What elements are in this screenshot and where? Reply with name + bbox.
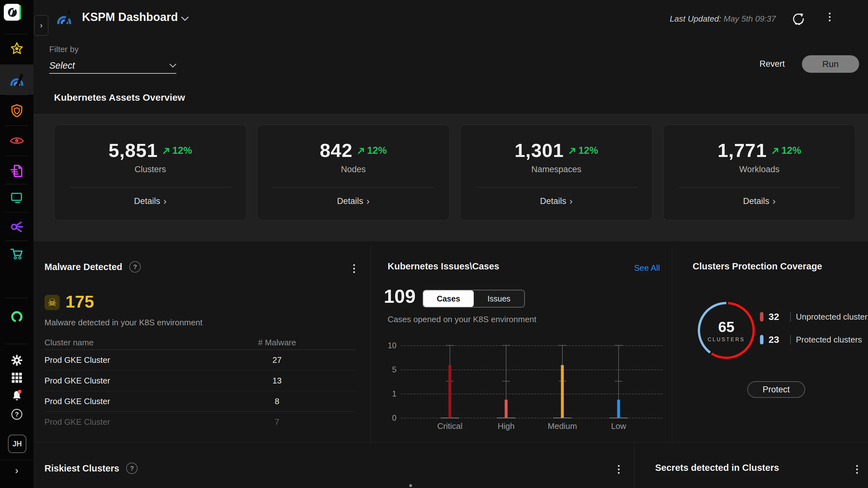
asset-card-clusters[interactable]: 5,851 12% Clusters Details › — [54, 125, 247, 220]
chevron-right-icon: › — [772, 196, 776, 207]
asset-card-namespaces[interactable]: 1,301 12% Namespaces Details › — [460, 125, 653, 220]
y-axis-tick-label: 0 — [375, 413, 397, 423]
trend-up-icon — [771, 147, 780, 155]
details-label: Details — [743, 196, 770, 206]
legend-swatch-protected — [760, 335, 764, 344]
table-row[interactable]: Prod GKE Cluster 7 — [44, 412, 356, 432]
whisker-top-cap — [502, 345, 510, 346]
kspm-arcs-icon — [9, 72, 25, 86]
see-all-link[interactable]: See All — [634, 263, 660, 273]
x-axis-category-label: Critical — [437, 421, 462, 431]
chart-column-critical[interactable]: Critical — [440, 345, 459, 418]
malware-help-icon[interactable]: ? — [129, 261, 141, 273]
table-row[interactable]: Prod GKE Cluster 8 — [44, 391, 356, 412]
sidebar-item-reports[interactable] — [0, 163, 33, 178]
revert-button[interactable]: Revert — [760, 59, 785, 69]
whisker-top-cap — [446, 345, 454, 346]
sidebar-item-protection[interactable] — [0, 103, 33, 118]
sidebar-item-automation[interactable] — [0, 309, 33, 324]
assets-overview-band: 5,851 12% Clusters Details › — [33, 114, 868, 241]
card-divider — [475, 187, 637, 187]
chart-column-high[interactable]: High — [497, 345, 516, 418]
panel-divider — [634, 442, 634, 488]
details-link[interactable]: Details › — [337, 196, 370, 207]
tab-cases[interactable]: Cases — [423, 291, 474, 307]
tab-issues[interactable]: Issues — [474, 291, 524, 307]
dashboard-logo-icon — [56, 9, 72, 26]
sidebar-item-help[interactable]: ? — [0, 408, 33, 421]
logo-accent-stripe — [20, 5, 21, 20]
sidebar: ? JH › — [0, 0, 33, 488]
malware-kebab-menu[interactable] — [353, 264, 355, 273]
protect-button[interactable]: Protect — [747, 381, 805, 398]
select-chevron-down-icon — [169, 64, 176, 68]
whisker-top-cap — [558, 345, 566, 346]
chart-column-medium[interactable]: Medium — [553, 345, 572, 418]
filter-by-label: Filter by — [49, 44, 79, 54]
card-value: 1,771 — [717, 140, 767, 161]
product-logo[interactable] — [4, 4, 21, 21]
cases-issues-toggle: Cases Issues — [423, 290, 525, 308]
cases-severity-chart: 01510CriticalHighMediumLow — [375, 341, 671, 430]
user-avatar[interactable]: JH — [8, 435, 26, 453]
sidebar-item-endpoints[interactable] — [0, 191, 33, 205]
malware-count-cell: 7 — [245, 417, 309, 427]
bell-icon — [10, 389, 24, 402]
malware-count-cell: 13 — [245, 376, 309, 386]
sidebar-item-notifications[interactable] — [0, 389, 33, 402]
details-link[interactable]: Details › — [540, 196, 573, 207]
share-icon — [9, 219, 24, 234]
sidebar-item-detections[interactable] — [0, 135, 33, 147]
run-button[interactable]: Run — [802, 55, 859, 73]
malware-count: 175 — [65, 292, 94, 311]
report-icon — [9, 163, 24, 178]
riskiest-help-icon[interactable]: ? — [126, 463, 137, 474]
gear-icon — [10, 354, 23, 367]
severity-bar — [448, 365, 452, 418]
details-label: Details — [134, 196, 160, 206]
sidebar-divider — [5, 184, 28, 184]
card-label: Namespaces — [531, 164, 582, 175]
malware-count-cell: 27 — [245, 355, 309, 365]
sidebar-collapse-chevron[interactable]: › — [0, 464, 33, 476]
riskiest-kebab-menu[interactable] — [618, 465, 620, 474]
sidebar-item-favorites[interactable] — [0, 41, 33, 56]
sidebar-item-settings[interactable] — [0, 354, 33, 367]
legend-value: 23 — [769, 334, 785, 345]
asset-card-workloads[interactable]: 1,771 12% Workloads Details › — [663, 125, 856, 220]
panel-divider — [672, 246, 672, 441]
sidebar-item-kspm[interactable] — [0, 72, 33, 86]
cluster-name-cell: Prod GKE Cluster — [44, 417, 245, 427]
chart-column-low[interactable]: Low — [609, 345, 628, 418]
details-link[interactable]: Details › — [743, 196, 776, 207]
legend-label: Protected clusters — [796, 335, 862, 345]
title-chevron-down-icon[interactable] — [181, 17, 189, 22]
sidebar-item-apps[interactable] — [0, 372, 33, 384]
legend-value: 32 — [769, 311, 785, 322]
coverage-legend: 32 Unprotected clusters 23 Protected clu… — [760, 311, 868, 345]
sidebar-divider — [5, 344, 28, 344]
sidebar-item-marketplace[interactable] — [0, 247, 33, 261]
malware-table-header: Cluster name # Malware — [44, 336, 356, 350]
table-row[interactable]: Prod GKE Cluster 27 — [44, 350, 356, 370]
asset-card-nodes[interactable]: 842 12% Nodes Details › — [257, 125, 450, 220]
card-value: 1,301 — [515, 140, 564, 161]
cluster-name-cell: Prod GKE Cluster — [44, 396, 245, 406]
star-icon — [9, 41, 24, 56]
header-kebab-menu[interactable] — [829, 13, 831, 21]
sidebar-expand-button[interactable]: › — [34, 15, 48, 36]
filter-select[interactable]: Select — [49, 58, 176, 74]
refresh-icon[interactable] — [791, 11, 806, 27]
last-updated-value: May 5th 09:37 — [723, 14, 776, 24]
trend-up-icon — [357, 147, 365, 155]
table-row[interactable]: Prod GKE Cluster 13 — [44, 370, 356, 391]
filter-select-value: Select — [49, 60, 75, 71]
details-link[interactable]: Details › — [134, 196, 167, 207]
sidebar-item-connections[interactable] — [0, 219, 33, 234]
whisker-top-cap — [615, 345, 623, 346]
whisker-mid-tick — [502, 381, 510, 382]
chevron-right-icon: › — [163, 196, 166, 207]
secrets-kebab-menu[interactable] — [856, 465, 858, 474]
malware-panel-title: Malware Detected — [44, 262, 122, 272]
severity-bar — [561, 365, 564, 418]
